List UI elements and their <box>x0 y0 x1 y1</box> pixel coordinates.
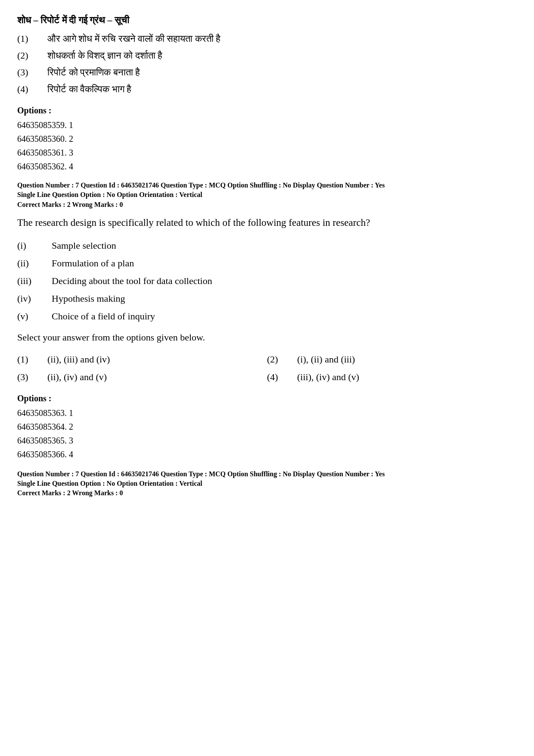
roman-text-ii: Formulation of a plan <box>52 256 134 270</box>
option-num-3: (3) <box>17 65 47 79</box>
roman-item-iv: (iv) Hypothesis making <box>17 291 517 306</box>
question7-meta: Question Number : 7 Question Id : 646350… <box>17 181 517 209</box>
option-code-1[interactable]: 64635085359. 1 <box>17 119 517 131</box>
answer-num-3: (3) <box>17 370 47 384</box>
meta2-line2: Single Line Question Option : No Option … <box>17 479 517 488</box>
roman-item-ii: (ii) Formulation of a plan <box>17 256 517 270</box>
answer-item-4[interactable]: (4) (iii), (iv) and (v) <box>267 370 517 384</box>
answers-grid: (1) (ii), (iii) and (iv) (2) (i), (ii) a… <box>17 352 517 384</box>
meta-line1: Question Number : 7 Question Id : 646350… <box>17 181 517 190</box>
meta2-line1: Question Number : 7 Question Id : 646350… <box>17 469 517 479</box>
answer-text-1: (ii), (iii) and (iv) <box>47 352 267 366</box>
options-label-2: Options : <box>17 392 517 405</box>
answer-num-2: (2) <box>267 352 297 366</box>
meta-line3: Correct Marks : 2 Wrong Marks : 0 <box>17 200 517 209</box>
q7-option-code-4[interactable]: 64635085366. 4 <box>17 448 517 461</box>
q7-option-code-2[interactable]: 64635085364. 2 <box>17 420 517 433</box>
option-text-4: रिपोर्ट का वैकल्पिक भाग है <box>47 82 131 96</box>
question7-text: The research design is specifically rela… <box>17 216 517 231</box>
options-label-1: Options : <box>17 104 517 117</box>
section1-title: शोध – रिपोर्ट में दी गई ग्रंथ – सूची <box>17 13 517 27</box>
answer-text-3: (ii), (iv) and (v) <box>47 370 267 384</box>
answer-text-4: (iii), (iv) and (v) <box>297 370 517 384</box>
roman-num-i: (i) <box>17 238 52 253</box>
select-instruction: Select your answer from the options give… <box>17 330 517 344</box>
question7-section: The research design is specifically rela… <box>17 216 517 461</box>
section1: शोध – रिपोर्ट में दी गई ग्रंथ – सूची (1)… <box>17 13 517 173</box>
list-item: (2) शोधकर्ता के विशद् ज्ञान को दर्शाता ह… <box>17 48 517 62</box>
roman-text-iii: Deciding about the tool for data collect… <box>52 274 212 288</box>
roman-item-i: (i) Sample selection <box>17 238 517 253</box>
roman-text-i: Sample selection <box>52 238 116 253</box>
answer-item-1[interactable]: (1) (ii), (iii) and (iv) <box>17 352 267 366</box>
answer-item-2[interactable]: (2) (i), (ii) and (iii) <box>267 352 517 366</box>
answer-item-3[interactable]: (3) (ii), (iv) and (v) <box>17 370 267 384</box>
option-text-3: रिपोर्ट को प्रमाणिक बनाता है <box>47 65 140 79</box>
roman-text-iv: Hypothesis making <box>52 291 125 306</box>
roman-num-iii: (iii) <box>17 274 52 288</box>
list-item: (1) और आगे शोध में रुचि रखने वालों की सह… <box>17 31 517 46</box>
option-text-2: शोधकर्ता के विशद् ज्ञान को दर्शाता है <box>47 48 162 62</box>
roman-num-ii: (ii) <box>17 256 52 270</box>
answer-num-4: (4) <box>267 370 297 384</box>
roman-text-v: Choice of a field of inquiry <box>52 309 155 323</box>
meta2-line3: Correct Marks : 2 Wrong Marks : 0 <box>17 488 517 498</box>
option-num-1: (1) <box>17 31 47 46</box>
list-item: (4) रिपोर्ट का वैकल्पिक भाग है <box>17 82 517 96</box>
roman-item-v: (v) Choice of a field of inquiry <box>17 309 517 323</box>
option-text-1: और आगे शोध में रुचि रखने वालों की सहायता… <box>47 31 220 46</box>
answer-text-2: (i), (ii) and (iii) <box>297 352 517 366</box>
roman-num-iv: (iv) <box>17 291 52 306</box>
answer-num-1: (1) <box>17 352 47 366</box>
roman-item-iii: (iii) Deciding about the tool for data c… <box>17 274 517 288</box>
roman-num-v: (v) <box>17 309 52 323</box>
option-code-4[interactable]: 64635085362. 4 <box>17 160 517 173</box>
option-code-3[interactable]: 64635085361. 3 <box>17 146 517 159</box>
meta-line2: Single Line Question Option : No Option … <box>17 190 517 200</box>
list-item: (3) रिपोर्ट को प्रमाणिक बनाता है <box>17 65 517 79</box>
question7-meta2: Question Number : 7 Question Id : 646350… <box>17 469 517 498</box>
option-code-2[interactable]: 64635085360. 2 <box>17 132 517 145</box>
q7-option-code-1[interactable]: 64635085363. 1 <box>17 406 517 419</box>
option-num-2: (2) <box>17 48 47 62</box>
q7-option-code-3[interactable]: 64635085365. 3 <box>17 434 517 447</box>
option-num-4: (4) <box>17 82 47 96</box>
